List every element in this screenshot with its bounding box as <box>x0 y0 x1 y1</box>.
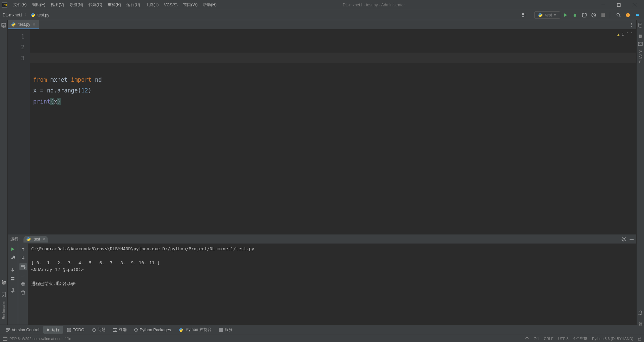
close-button[interactable] <box>627 0 642 10</box>
tab-options-icon[interactable]: ⋮ <box>630 22 634 27</box>
status-bar: PEP 8: W292 no newline at end of file 7:… <box>0 335 644 342</box>
app-icon: PC <box>2 2 7 8</box>
menu-vcs[interactable]: VCS(S) <box>161 1 180 9</box>
user-dropdown-icon[interactable] <box>520 11 528 19</box>
editor-tab[interactable]: test.py × <box>8 20 39 29</box>
run-tab[interactable]: test × <box>23 236 48 243</box>
down-arrow-icon[interactable] <box>19 254 27 262</box>
svg-line-8 <box>577 14 577 14</box>
menu-window[interactable]: 窗口(W) <box>180 0 200 9</box>
menu-edit[interactable]: 编辑(E) <box>29 0 48 9</box>
wrench-icon[interactable] <box>9 254 16 262</box>
background-tasks-icon[interactable] <box>525 337 529 341</box>
svg-point-13 <box>617 13 620 16</box>
minimize-button[interactable] <box>595 0 610 10</box>
lock-icon[interactable] <box>638 337 641 341</box>
inspection-badge[interactable]: ▲ 1 ˆ ˇ <box>617 31 633 39</box>
cursor-position[interactable]: 7:1 <box>534 337 539 341</box>
close-tab-icon[interactable]: × <box>33 22 35 27</box>
print-icon[interactable] <box>19 280 27 288</box>
package-icon <box>134 328 138 332</box>
run-console-output[interactable]: C:\ProgramData\Anaconda3\envs\DLBYHAND\p… <box>28 244 636 325</box>
navigation-bar: DL-mxnet1 〉 test.py test ▼ <box>0 10 644 20</box>
structure-tool-label[interactable]: 结构 <box>1 287 6 289</box>
run-settings-icon[interactable] <box>622 237 626 242</box>
line-separator[interactable]: CRLF <box>544 337 553 341</box>
layout-icon[interactable] <box>9 275 16 282</box>
up-arrow-icon[interactable] <box>19 246 27 253</box>
terminal-tool-button[interactable]: 终端 <box>110 326 130 334</box>
debug-button[interactable] <box>571 11 579 19</box>
sciview-tool-label[interactable]: SciView <box>638 50 642 63</box>
run-button[interactable] <box>562 11 570 19</box>
services-icon <box>219 328 223 332</box>
run-configuration-dropdown[interactable]: test ▼ <box>534 11 560 19</box>
project-tool-icon[interactable] <box>1 21 7 27</box>
structure-tool-icon[interactable] <box>1 279 7 285</box>
services-tool-button[interactable]: 服务 <box>216 326 236 334</box>
svg-line-31 <box>625 237 626 238</box>
play-icon <box>47 328 50 332</box>
gutter-line-numbers: 123 <box>8 29 30 234</box>
svg-line-28 <box>622 237 623 238</box>
menu-help[interactable]: 帮助(H) <box>200 0 219 9</box>
down-icon[interactable] <box>9 266 16 274</box>
menu-tools[interactable]: 工具(T) <box>143 0 161 9</box>
interpreter-status[interactable]: Python 3.6 (DLBYHAND) <box>592 337 633 341</box>
packages-tool-button[interactable]: Python Packages <box>131 327 174 333</box>
todo-tool-button[interactable]: TODO <box>64 327 87 333</box>
update-button[interactable] <box>624 11 632 19</box>
breadcrumb-file[interactable]: test.py <box>38 13 49 17</box>
breadcrumb: DL-mxnet1 〉 test.py <box>3 12 49 18</box>
breadcrumb-project[interactable]: DL-mxnet1 <box>3 13 22 17</box>
console-tool-button[interactable]: Python 控制台 <box>175 326 215 334</box>
tool-window-quick-access-icon[interactable] <box>3 337 7 341</box>
run-tool-button[interactable]: 运行 <box>43 326 63 334</box>
indent-settings[interactable]: 4 个空格 <box>573 336 587 341</box>
profile-button[interactable] <box>590 11 598 19</box>
hide-panel-icon[interactable]: — <box>630 237 634 242</box>
chevron-up-icon[interactable]: ˆ <box>626 31 629 39</box>
window-title: DL-mxnet1 - test.py - Administrator <box>219 3 595 7</box>
file-encoding[interactable]: UTF-8 <box>558 337 569 341</box>
search-everywhere-button[interactable] <box>614 11 623 19</box>
maximize-button[interactable] <box>611 0 626 10</box>
close-run-tab-icon[interactable]: × <box>43 236 45 242</box>
branch-icon <box>6 328 10 332</box>
svg-rect-18 <box>2 280 3 281</box>
code-content[interactable]: ▲ 1 ˆ ˇ from mxnet import nd x = nd.aran… <box>30 29 636 234</box>
trash-icon[interactable] <box>19 289 27 296</box>
menu-code[interactable]: 代码(C) <box>86 0 105 9</box>
soft-wrap-icon[interactable] <box>19 263 27 270</box>
stop-button[interactable] <box>599 11 607 19</box>
code-with-me-button[interactable] <box>633 11 641 19</box>
menu-refactor[interactable]: 重构(R) <box>105 0 124 9</box>
project-tool-label[interactable]: 项目 <box>1 29 6 32</box>
svg-rect-19 <box>2 282 3 284</box>
menu-view[interactable]: 视图(V) <box>48 0 67 9</box>
database-tool-icon[interactable] <box>637 22 643 28</box>
notifications-tool-icon[interactable] <box>637 310 643 316</box>
svg-line-14 <box>619 16 621 17</box>
bookmarks-tool-icon[interactable] <box>1 291 7 297</box>
menu-run[interactable]: 运行(U) <box>124 0 143 9</box>
scroll-to-end-icon[interactable] <box>19 272 27 279</box>
sciview-tool-icon[interactable] <box>637 41 643 47</box>
problems-tool-button[interactable]: 问题 <box>89 326 109 334</box>
status-message[interactable]: PEP 8: W292 no newline at end of file <box>9 337 71 341</box>
svg-rect-48 <box>221 328 223 330</box>
rerun-icon[interactable] <box>9 246 16 253</box>
vcs-tool-button[interactable]: Version Control <box>3 327 43 333</box>
svg-rect-1 <box>617 3 620 6</box>
svg-point-40 <box>8 328 10 330</box>
menu-navigate[interactable]: 导航(N) <box>67 0 86 9</box>
python-file-icon <box>11 22 16 27</box>
code-editor[interactable]: 123 ▲ 1 ˆ ˇ from mxnet import nd x = nd.… <box>8 29 636 234</box>
svg-rect-35 <box>22 282 24 283</box>
svg-rect-0 <box>601 5 605 5</box>
bookmarks-tool-label[interactable]: Bookmarks <box>2 299 6 321</box>
chevron-down-icon[interactable]: ˇ <box>631 31 633 39</box>
pin-icon[interactable] <box>9 287 16 294</box>
coverage-button[interactable] <box>580 11 588 19</box>
menu-file[interactable]: 文件(F) <box>11 0 29 9</box>
